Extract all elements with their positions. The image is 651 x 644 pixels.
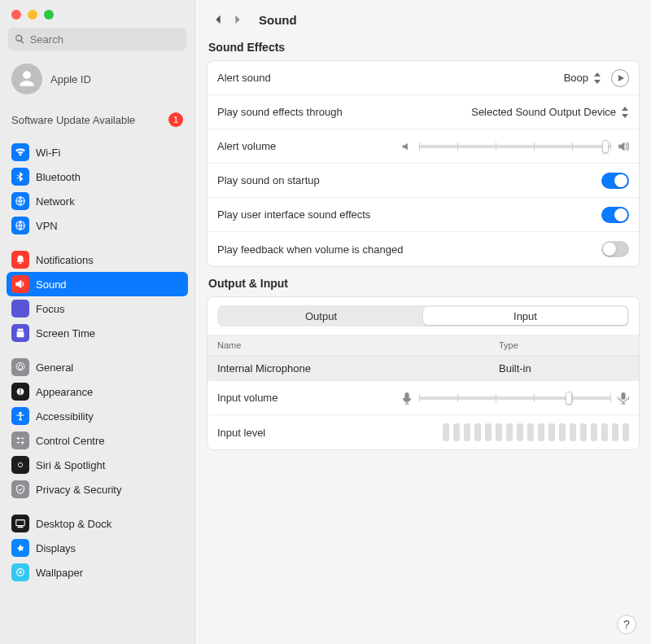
speaker-high-icon — [618, 141, 629, 152]
ui-sound-effects-label: Play user interface sound effects — [217, 208, 370, 221]
sidebar-item-displays[interactable]: Displays — [7, 536, 188, 560]
dock-icon — [11, 515, 29, 532]
sidebar-item-notifications[interactable]: Notifications — [7, 248, 188, 272]
forward-button[interactable] — [228, 10, 247, 29]
software-update-row[interactable]: Software Update Available 1 — [0, 104, 194, 138]
output-input-tabs: Output Input — [217, 305, 629, 326]
sidebar-item-focus[interactable]: Focus — [7, 296, 188, 321]
notif-icon — [11, 251, 29, 269]
alert-volume-row: Alert volume — [208, 129, 639, 164]
sidebar-item-general[interactable]: General — [7, 355, 188, 379]
input-volume-row: Input volume — [208, 381, 639, 415]
svg-rect-11 — [621, 392, 625, 400]
ctrl-icon — [11, 432, 29, 449]
startup-sound-toggle[interactable] — [601, 173, 629, 189]
device-type: Built-in — [499, 362, 629, 375]
net-icon — [11, 192, 29, 210]
sidebar-item-label: Privacy & Security — [36, 484, 121, 496]
sidebar-item-label: Siri & Spotlight — [36, 459, 105, 471]
input-volume-slider[interactable] — [419, 396, 611, 400]
section-title-output-input: Output & Input — [208, 277, 640, 290]
play-through-row: Play sound effects through Selected Soun… — [208, 95, 639, 129]
startup-sound-row: Play sound on startup — [208, 164, 639, 198]
minimize-window-button[interactable] — [28, 10, 37, 20]
sidebar-item-appearance[interactable]: Appearance — [7, 379, 188, 404]
apple-id-label: Apple ID — [50, 73, 91, 85]
sidebar-item-screen-time[interactable]: Screen Time — [7, 321, 188, 345]
software-update-label: Software Update Available — [11, 114, 135, 126]
alert-volume-slider[interactable] — [419, 145, 611, 148]
sidebar-item-control-centre[interactable]: Control Centre — [7, 428, 188, 453]
sidebar-item-label: General — [36, 361, 73, 374]
appear-icon — [11, 383, 29, 401]
speaker-low-icon — [401, 141, 413, 152]
sidebar-item-label: Wallpaper — [36, 567, 83, 579]
sidebar-item-sound[interactable]: Sound — [7, 272, 188, 296]
zoom-window-button[interactable] — [44, 10, 54, 20]
sound-effects-card: Alert sound Boop Play sound effects thro… — [207, 60, 640, 267]
disp-icon — [11, 539, 29, 557]
input-level-row: Input level — [208, 415, 639, 449]
header: Sound — [207, 10, 640, 29]
sidebar-item-label: Screen Time — [36, 327, 95, 340]
device-row[interactable]: Internal MicrophoneBuilt-in — [208, 356, 639, 381]
sidebar-item-network[interactable]: Network — [7, 189, 188, 213]
search-input[interactable] — [30, 33, 180, 46]
sidebar-item-label: Network — [36, 195, 75, 208]
sidebar-item-desktop-dock[interactable]: Desktop & Dock — [7, 511, 188, 536]
sidebar-item-label: Notifications — [36, 254, 94, 266]
sidebar-item-label: Displays — [36, 542, 76, 554]
search-field[interactable] — [8, 28, 186, 50]
alert-sound-label: Alert sound — [217, 72, 271, 84]
sidebar-item-bluetooth[interactable]: Bluetooth — [7, 164, 188, 189]
main-pane: Sound Sound Effects Alert sound Boop Pla… — [195, 0, 651, 644]
sidebar-item-privacy-security[interactable]: Privacy & Security — [7, 477, 188, 502]
mic-high-icon — [618, 392, 629, 405]
search-icon — [15, 33, 25, 45]
sidebar-item-label: VPN — [36, 220, 58, 232]
input-level-label: Input level — [217, 427, 265, 439]
volume-feedback-toggle[interactable] — [601, 241, 629, 257]
play-through-popup[interactable]: Selected Sound Output Device — [471, 106, 629, 118]
help-button[interactable]: ? — [617, 615, 636, 634]
acc-icon — [11, 407, 29, 425]
startup-sound-label: Play sound on startup — [217, 174, 320, 186]
chevron-right-icon — [233, 14, 242, 25]
close-window-button[interactable] — [11, 10, 21, 20]
svg-rect-6 — [16, 520, 25, 526]
sidebar-item-wallpaper[interactable]: Wallpaper — [7, 560, 188, 585]
alert-volume-label: Alert volume — [217, 140, 276, 152]
play-through-value: Selected Sound Output Device — [471, 106, 616, 118]
ui-sound-effects-toggle[interactable] — [601, 207, 629, 223]
avatar-icon — [11, 64, 42, 94]
gen-icon — [11, 358, 29, 376]
mic-low-icon — [401, 392, 413, 405]
volume-feedback-row: Play feedback when volume is changed — [208, 232, 639, 266]
sidebar-item-vpn[interactable]: VPN — [7, 213, 188, 238]
sidebar-item-siri-spotlight[interactable]: Siri & Spotlight — [7, 453, 188, 477]
sound-icon — [11, 275, 29, 293]
sidebar-item-label: Appearance — [36, 386, 93, 398]
siri-icon — [11, 456, 29, 474]
window-controls — [0, 7, 194, 28]
screen-icon — [11, 324, 29, 342]
sidebar-item-accessibility[interactable]: Accessibility — [7, 404, 188, 428]
section-title-sound-effects: Sound Effects — [208, 41, 640, 54]
tab-input[interactable]: Input — [423, 307, 627, 325]
sidebar-item-label: Bluetooth — [36, 171, 81, 183]
alert-sound-row: Alert sound Boop — [208, 61, 639, 95]
vpn-icon — [11, 217, 29, 234]
col-name: Name — [217, 340, 499, 350]
svg-rect-7 — [18, 527, 24, 528]
play-alert-button[interactable] — [611, 69, 629, 87]
apple-id-row[interactable]: Apple ID — [0, 59, 194, 104]
svg-point-3 — [19, 412, 22, 415]
sidebar: Apple ID Software Update Available 1 Wi-… — [0, 0, 195, 644]
tab-output[interactable]: Output — [219, 307, 423, 325]
svg-point-4 — [16, 461, 25, 470]
alert-sound-popup[interactable]: Boop — [564, 72, 601, 84]
wall-icon — [11, 563, 29, 581]
sidebar-item-wi-fi[interactable]: Wi-Fi — [7, 140, 188, 164]
back-button[interactable] — [208, 10, 228, 29]
sidebar-item-label: Wi-Fi — [36, 147, 60, 159]
